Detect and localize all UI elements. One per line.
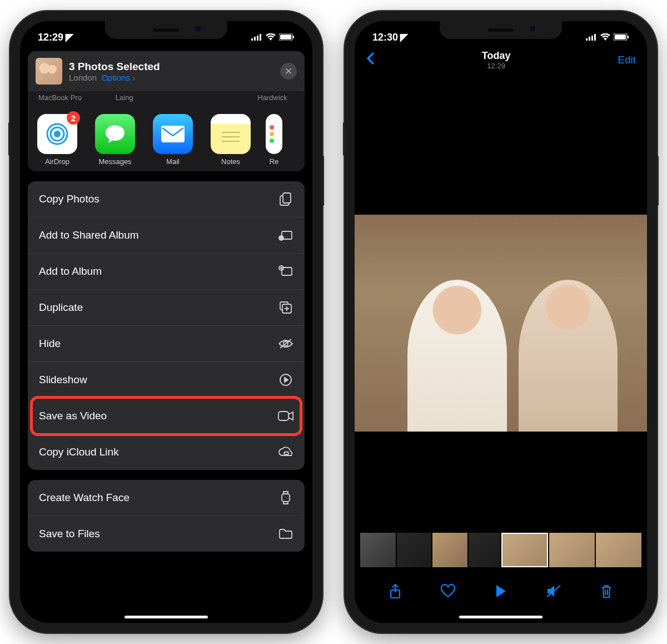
favorite-button[interactable]	[440, 583, 456, 600]
phone-left: 12:29 ◤ 3 Photos Selected London Options…	[10, 11, 322, 633]
copy-icon	[278, 191, 293, 207]
svg-rect-0	[251, 38, 253, 41]
share-app-partial[interactable]: Re	[266, 114, 282, 166]
nav-title: Today	[482, 50, 511, 62]
share-app-airdrop[interactable]: 2 AirDrop	[34, 114, 80, 166]
action-create-watch-face[interactable]: Create Watch Face	[28, 480, 305, 516]
play-circle-icon	[278, 372, 293, 388]
battery-icon	[614, 32, 629, 43]
share-app-messages[interactable]: Messages	[92, 114, 138, 166]
svg-rect-2	[257, 36, 258, 41]
svg-rect-18	[283, 193, 291, 203]
wifi-icon	[600, 32, 610, 43]
svg-rect-6	[293, 36, 294, 38]
photo-content	[355, 215, 647, 432]
svg-point-7	[54, 131, 61, 137]
sheet-title: 3 Photos Selected	[69, 61, 160, 73]
airdrop-target[interactable]: Laing	[92, 93, 157, 102]
thumbnail[interactable]	[596, 533, 641, 567]
thumbnail-strip[interactable]	[355, 533, 647, 567]
shared-album-icon	[278, 227, 293, 243]
watch-icon	[278, 490, 293, 506]
action-hide[interactable]: Hide	[28, 326, 305, 362]
action-copy-icloud-link[interactable]: Copy iCloud Link	[28, 434, 305, 470]
svg-rect-5	[280, 34, 291, 39]
action-copy-photos[interactable]: Copy Photos	[28, 181, 305, 217]
nav-bar: Today 12:29 Edit	[355, 46, 647, 76]
action-add-shared-album[interactable]: Add to Shared Album	[28, 217, 305, 254]
edit-button[interactable]: Edit	[618, 54, 636, 66]
action-duplicate[interactable]: Duplicate	[28, 290, 305, 326]
thumbnail[interactable]	[397, 533, 431, 567]
action-add-album[interactable]: Add to Album	[28, 254, 305, 290]
mute-button[interactable]	[545, 583, 562, 600]
delete-button[interactable]	[598, 583, 615, 600]
badge: 2	[67, 111, 80, 125]
bottom-toolbar	[355, 575, 647, 607]
svg-rect-1	[254, 37, 256, 41]
thumbnail[interactable]	[432, 533, 468, 567]
hide-icon	[278, 336, 293, 351]
screen-left: 12:29 ◤ 3 Photos Selected London Options…	[20, 21, 312, 623]
airdrop-target[interactable]: Hardwick	[240, 93, 305, 102]
messages-icon	[95, 114, 135, 154]
svg-rect-33	[594, 34, 596, 41]
phone-right: 12:30 ◤ Today 12:29 Edit	[345, 11, 657, 633]
play-button[interactable]	[492, 583, 509, 600]
reminders-icon	[266, 114, 282, 154]
thumbnail[interactable]	[549, 533, 595, 567]
airdrop-targets-row: MacBook Pro Laing Hardwick	[28, 91, 305, 106]
cloud-link-icon	[278, 444, 293, 460]
svg-rect-35	[615, 34, 626, 39]
close-button[interactable]: ✕	[280, 63, 297, 80]
notes-icon	[211, 114, 251, 154]
wifi-icon	[266, 32, 276, 43]
svg-point-17	[270, 138, 274, 143]
action-save-as-video[interactable]: Save as Video	[28, 398, 305, 434]
nav-subtitle: 12:29	[482, 62, 511, 70]
actions-list: Copy Photos Add to Shared Album Add to A…	[28, 181, 305, 470]
photo-viewer[interactable]	[355, 159, 647, 487]
thumbnail[interactable]	[360, 533, 396, 567]
action-slideshow[interactable]: Slideshow	[28, 362, 305, 398]
home-indicator[interactable]	[459, 616, 542, 618]
duplicate-icon	[278, 300, 293, 315]
share-button[interactable]	[387, 583, 404, 600]
share-app-notes[interactable]: Notes	[208, 114, 253, 166]
notch	[105, 21, 227, 39]
actions-list-2: Create Watch Face Save to Files	[28, 480, 305, 552]
airdrop-target[interactable]: MacBook Pro	[28, 93, 92, 102]
status-time: 12:29	[38, 32, 63, 43]
status-time: 12:30	[372, 32, 398, 43]
video-icon	[278, 408, 293, 424]
signal-icon	[251, 32, 262, 43]
selection-thumbnail	[36, 58, 62, 85]
action-save-to-files[interactable]: Save to Files	[28, 516, 305, 552]
svg-rect-36	[628, 36, 629, 38]
svg-point-20	[279, 236, 283, 240]
thumbnail-selected[interactable]	[501, 533, 548, 567]
back-button[interactable]	[366, 51, 375, 69]
battery-icon	[279, 32, 295, 43]
location-icon: ◤	[400, 31, 408, 43]
mail-icon	[153, 114, 193, 154]
svg-point-16	[270, 132, 274, 136]
thumbnail[interactable]	[469, 533, 500, 567]
folder-icon	[278, 526, 293, 542]
screen-right: 12:30 ◤ Today 12:29 Edit	[355, 21, 647, 623]
svg-rect-27	[278, 412, 288, 420]
options-link[interactable]: Options ›	[101, 73, 135, 82]
share-app-mail[interactable]: Mail	[150, 114, 196, 166]
svg-point-10	[106, 125, 125, 141]
signal-icon	[586, 32, 597, 43]
share-apps-row[interactable]: 2 AirDrop Messages Mail Notes Re	[28, 106, 305, 171]
airdrop-icon: 2	[37, 114, 77, 154]
home-indicator[interactable]	[125, 616, 208, 618]
album-add-icon	[278, 264, 293, 279]
svg-rect-31	[589, 37, 590, 41]
sheet-subtitle: London Options ›	[69, 73, 160, 82]
notch	[440, 21, 562, 39]
share-sheet-header: 3 Photos Selected London Options › ✕	[28, 51, 305, 91]
svg-point-28	[284, 452, 288, 455]
svg-rect-11	[161, 126, 185, 142]
